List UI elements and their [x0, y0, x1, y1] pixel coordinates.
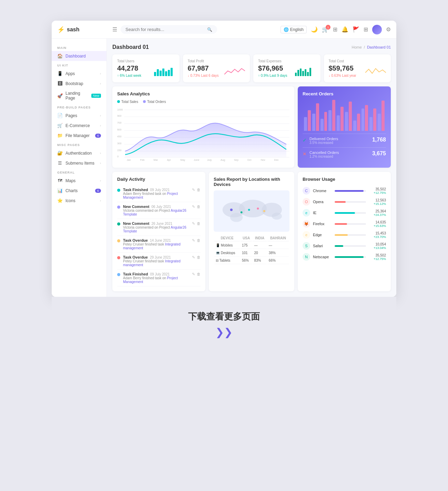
bahrain-cell: —: [267, 242, 289, 249]
stat-change: ↑ 0.9% Last 9 days: [258, 74, 287, 77]
activity-link[interactable]: Angular26 Template: [123, 226, 186, 233]
edit-icon[interactable]: ✎: [192, 255, 195, 260]
browser-value: 10,054: [369, 242, 386, 246]
language-selector[interactable]: 🌐 English: [281, 26, 307, 33]
flag-icon[interactable]: 🚩: [353, 26, 359, 33]
edit-icon[interactable]: ✎: [192, 221, 195, 226]
activity-desc: Victoria commented on Project Angular26 …: [123, 209, 189, 216]
sidebar-item-landing-page[interactable]: 🚀Landing PageNew: [52, 88, 106, 103]
charts-row: Sales Analytics Total Sales Total Orders…: [112, 86, 391, 168]
footer-promo: 下载查看更多页面 ❯❯: [52, 297, 396, 352]
activity-text: New Comment 06 July 2021 Victoria commen…: [123, 205, 189, 216]
col-india: INDIA: [253, 235, 266, 241]
activity-text: Task Finished 09 July 2021 Adam Berry fi…: [123, 188, 189, 199]
stat-card: Total Cost $59,765 ↓ 0.63% Last year: [324, 54, 391, 82]
activity-link[interactable]: Angular26 Template: [123, 209, 186, 216]
daily-activity-title: Daily Activity: [117, 177, 201, 182]
activity-link[interactable]: Project Management: [123, 276, 178, 284]
svg-rect-12: [307, 72, 309, 76]
sidebar-item-maps[interactable]: 🗺Maps›: [52, 176, 106, 186]
hamburger-icon[interactable]: ☰: [112, 26, 117, 33]
delete-icon[interactable]: 🗑: [197, 188, 201, 192]
avatar[interactable]: [372, 25, 382, 34]
browser-bar: [335, 256, 364, 258]
sidebar-item-dashboard[interactable]: 🏠Dashboard: [52, 51, 106, 61]
browser-icon: e: [303, 231, 310, 239]
sidebar-section-title: GENERAL: [52, 168, 106, 176]
sidebar-item-icons[interactable]: ⭐Icons›: [52, 196, 106, 206]
activity-title: Task Overdue: [123, 255, 148, 259]
browser-item: e IE 25,364 +24.37%: [303, 207, 386, 218]
sidebar-item-authentication[interactable]: 🔐Authentication›: [52, 148, 106, 158]
bar-group: [337, 107, 344, 131]
breadcrumb-home[interactable]: Home: [352, 45, 362, 49]
bar-group: [369, 108, 376, 131]
expand-icon[interactable]: ⊞: [333, 26, 337, 33]
delete-icon[interactable]: 🗑: [197, 205, 201, 209]
stat-value: 67,987: [188, 64, 219, 72]
breadcrumb-separator: /: [364, 45, 365, 49]
usa-cell: 101: [241, 250, 252, 257]
edit-icon[interactable]: ✎: [192, 188, 195, 192]
activity-item: New Comment 26 June 2021 Victoria commen…: [117, 219, 201, 236]
main-layout: MAIN🏠DashboardUI KIT📱Apps›🅱Bootstrap›🚀La…: [52, 39, 396, 297]
svg-point-45: [230, 213, 243, 222]
browser-stats: 25,364 +24.37%: [369, 209, 386, 217]
svg-point-48: [248, 209, 250, 211]
svg-rect-2: [160, 71, 162, 76]
map-card-title: Sales Report by Locations with Devices: [214, 177, 289, 187]
grid-icon[interactable]: ⊞: [364, 26, 368, 33]
stat-value: $76,965: [258, 64, 287, 72]
sidebar-item-file-manager[interactable]: 📁File Manager6: [52, 130, 106, 140]
bell-icon[interactable]: 🔔: [342, 26, 348, 33]
order-stat-icon: ✓: [303, 137, 307, 143]
sidebar-item-e-commerce[interactable]: 🛒E-Commerce›: [52, 121, 106, 130]
activity-link[interactable]: Integrated management: [123, 242, 181, 250]
delete-icon[interactable]: 🗑: [197, 238, 201, 243]
settings-icon[interactable]: ⚙: [386, 26, 391, 33]
edit-icon[interactable]: ✎: [192, 205, 195, 209]
order-stat-value: 3,675: [372, 150, 386, 157]
daily-activity-card: Daily Activity Task Finished 09 July 202…: [112, 172, 205, 291]
svg-text:450: 450: [117, 135, 121, 138]
bar-sales: [365, 105, 368, 131]
footer-promo-title: 下载查看更多页面: [65, 311, 383, 323]
chevron-right-icon: ›: [100, 124, 101, 127]
browser-name: Netscape: [313, 255, 332, 259]
activity-desc: Petey Cruiser finished task Integrated m…: [123, 242, 189, 250]
sidebar-item-charts[interactable]: 📊Charts6: [52, 186, 106, 196]
sidebar-item-apps[interactable]: 📱Apps›: [52, 69, 106, 79]
bar-group: [328, 100, 335, 131]
sidebar-icon: 📁: [57, 133, 63, 138]
edit-icon[interactable]: ✎: [192, 238, 195, 243]
bar-chart-mini: [303, 100, 386, 131]
table-row: 💻 Desktops1012038%: [214, 250, 289, 257]
delete-icon[interactable]: 🗑: [197, 221, 201, 226]
svg-rect-10: [302, 71, 304, 76]
sidebar-item-pages[interactable]: 📄Pages›: [52, 111, 106, 121]
moon-icon[interactable]: 🌙: [311, 26, 318, 33]
sidebar-item-label: Charts: [65, 188, 78, 193]
sidebar-item-bootstrap[interactable]: 🅱Bootstrap›: [52, 79, 106, 88]
delete-icon[interactable]: 🗑: [197, 255, 201, 260]
activity-link[interactable]: Integrated management: [123, 259, 181, 267]
sidebar-item-label: E-Commerce: [65, 123, 90, 128]
browser-value: 12,563: [369, 198, 386, 202]
sidebar-icon: 🚀: [57, 93, 63, 98]
delete-icon[interactable]: 🗑: [197, 272, 201, 276]
breadcrumb-current: Dashboard 01: [367, 45, 391, 49]
bar-sales: [373, 108, 376, 131]
activity-link[interactable]: Project Management: [123, 192, 178, 199]
browser-value: 14,635: [369, 220, 386, 224]
sidebar-item-submenu-items[interactable]: ☰Submenu Items›: [52, 158, 106, 168]
svg-point-51: [241, 211, 243, 213]
search-input[interactable]: [125, 27, 204, 32]
search-bar[interactable]: 🔍: [121, 25, 217, 34]
cart-icon[interactable]: 🛒1: [322, 26, 329, 33]
browser-bar-wrap: [335, 212, 366, 214]
svg-rect-13: [309, 68, 311, 76]
svg-text:Oct: Oct: [247, 158, 252, 161]
edit-icon[interactable]: ✎: [192, 272, 195, 276]
browser-name: Chrome: [313, 189, 332, 193]
activity-item: Task Finished 09 July 2021 Adam Berry fi…: [117, 185, 201, 202]
